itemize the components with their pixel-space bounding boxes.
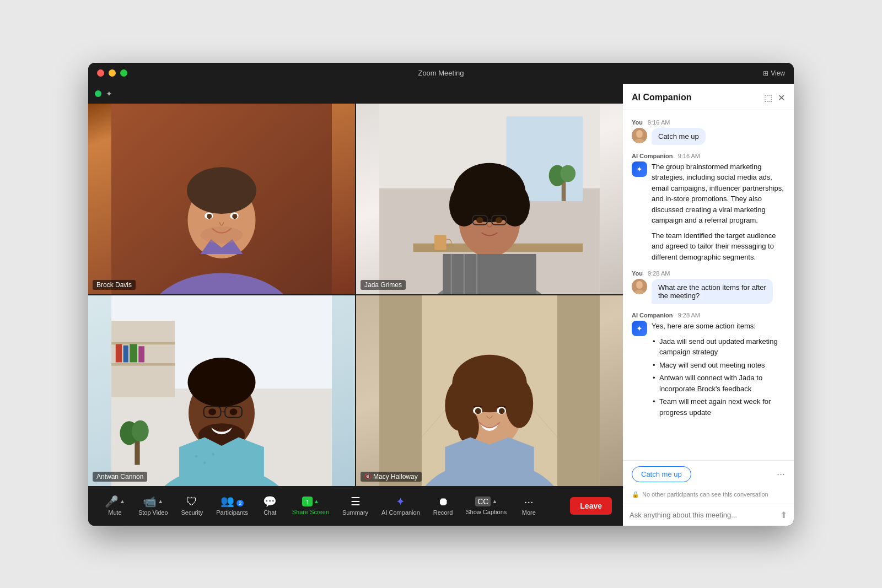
close-icon[interactable]: ✕ [778, 93, 785, 103]
security-shield-icon: ✦ [106, 89, 112, 98]
svg-point-28 [476, 217, 483, 223]
svg-point-76 [499, 408, 505, 414]
privacy-notice: 🔒 No other participants can see this con… [623, 488, 794, 504]
bottom-toolbar: 🎤 ▲ Mute 📹 ▲ Stop Video [88, 486, 623, 526]
participant-name-antwan: Antwan Cannon [93, 472, 147, 482]
action-item-3: Antwan will connect with Jada to incorpo… [652, 371, 784, 395]
video-icon-group: 📹 ▲ [143, 496, 163, 507]
ai-panel-bottom: Catch me up ··· 🔒 No other participants … [623, 460, 794, 526]
video-area: ✦ [88, 84, 623, 526]
more-options-icon[interactable]: ··· [777, 468, 785, 480]
show-captions-button[interactable]: CC ▲ Show Captions [460, 493, 512, 519]
microphone-icon: 🎤 [105, 496, 119, 507]
user-avatar-1 [632, 128, 647, 143]
traffic-lights [97, 69, 127, 77]
ai-companion-button[interactable]: ✦ AI Companion [376, 493, 426, 519]
ai-message-row-2: ✦ The group brainstormed marketing strat… [632, 161, 785, 263]
title-bar: Zoom Meeting ⊞ View [88, 63, 794, 84]
record-icon: ⏺ [438, 496, 449, 507]
svg-rect-34 [434, 235, 447, 250]
participant-name-jada: Jada Grimes [361, 280, 406, 290]
window-title: Zoom Meeting [418, 69, 464, 77]
maximize-button[interactable] [120, 69, 127, 77]
video-portrait-brock [88, 104, 355, 294]
ai-avatar-4: ✦ [632, 321, 647, 336]
message-meta-3: You 9:28 AM [632, 270, 785, 277]
action-item-1: Jada will send out updated marketing cam… [652, 335, 784, 359]
user-message-row-1: Catch me up [632, 128, 785, 145]
share-screen-button[interactable]: ↑ ▲ Share Screen [287, 493, 335, 519]
zoom-window: Zoom Meeting ⊞ View ✦ [88, 63, 794, 526]
ai-chat-input[interactable] [630, 511, 776, 519]
catch-me-row: Catch me up ··· [623, 461, 794, 488]
close-button[interactable] [97, 69, 104, 77]
title-bar-right: ⊞ View [763, 69, 785, 77]
stop-video-button[interactable]: 📹 ▲ Stop Video [133, 493, 174, 519]
svg-point-8 [207, 213, 212, 218]
svg-rect-41 [123, 345, 128, 362]
svg-point-81 [636, 281, 643, 289]
svg-point-71 [505, 379, 533, 428]
leave-button[interactable]: Leave [570, 497, 612, 515]
connection-status-dot [95, 90, 101, 97]
security-icon: 🛡 [186, 496, 197, 507]
participants-icon: 👥 [220, 495, 234, 507]
minimize-button[interactable] [109, 69, 116, 77]
ai-bubble-2: The group brainstormed marketing strateg… [652, 161, 784, 263]
message-meta-1: You 9:16 AM [632, 119, 785, 126]
share-screen-icon: ↑ [302, 497, 313, 506]
video-portrait-jada [356, 104, 623, 294]
more-button[interactable]: ··· More [514, 493, 543, 519]
message-group-2: AI Companion 9:16 AM ✦ The group brainst… [632, 153, 785, 263]
video-toolbar: ✦ [88, 84, 623, 104]
svg-point-78 [636, 130, 643, 138]
ai-avatar-2: ✦ [632, 161, 647, 177]
video-cell-jada: Jada Grimes [356, 104, 623, 294]
chat-button[interactable]: 💬 Chat [256, 493, 284, 519]
svg-point-10 [201, 226, 243, 243]
summary-button[interactable]: ☰ Summary [337, 493, 374, 519]
security-button[interactable]: 🛡 Security [176, 493, 209, 519]
svg-point-24 [500, 184, 530, 226]
message-meta-2: AI Companion 9:16 AM [632, 153, 785, 159]
participants-badge: 2 [236, 500, 244, 506]
ai-panel-actions: ⬚ ✕ [764, 93, 785, 103]
svg-rect-42 [130, 344, 137, 362]
message-group-1: You 9:16 AM Catch me up [632, 119, 785, 145]
participant-name-macy: 🔇 Macy Halloway [361, 472, 422, 482]
muted-mic-icon: 🔇 [364, 473, 371, 479]
svg-point-9 [232, 213, 237, 218]
record-button[interactable]: ⏺ Record [428, 493, 458, 519]
message-meta-4: AI Companion 9:28 AM [632, 312, 785, 319]
svg-rect-65 [557, 295, 600, 486]
video-cell-antwan: Antwan Cannon [88, 295, 355, 486]
user-message-row-3: What are the action items for after the … [632, 279, 785, 304]
ai-panel-header: AI Companion ⬚ ✕ [623, 84, 794, 110]
captions-icon-group: CC ▲ [475, 497, 497, 506]
video-portrait-macy [356, 295, 623, 486]
svg-point-59 [212, 453, 214, 456]
view-button[interactable]: ⊞ View [763, 69, 785, 77]
participants-button[interactable]: 👥 2 Participants [211, 492, 253, 519]
catch-me-up-button[interactable]: Catch me up [632, 466, 691, 482]
svg-point-5 [187, 167, 256, 214]
send-icon[interactable]: ⬆ [780, 510, 787, 520]
captions-chevron-icon: ▲ [492, 498, 497, 504]
ai-companion-icon: ✦ [396, 496, 405, 507]
grid-icon: ⊞ [763, 69, 768, 77]
lock-icon: 🔒 [632, 491, 639, 498]
expand-icon[interactable]: ⬚ [764, 93, 772, 103]
summary-icon: ☰ [351, 496, 361, 507]
ai-star-icon: ✦ [636, 165, 643, 174]
video-portrait-antwan [88, 295, 355, 486]
user-avatar-3 [632, 279, 647, 294]
svg-rect-43 [138, 346, 144, 362]
svg-rect-44 [135, 439, 139, 465]
mute-button[interactable]: 🎤 ▲ Mute [99, 493, 131, 519]
share-chevron-icon: ▲ [314, 498, 319, 504]
ai-companion-panel: AI Companion ⬚ ✕ You 9:16 AM [623, 84, 794, 526]
svg-point-50 [187, 358, 255, 407]
main-content: ✦ [88, 84, 794, 526]
svg-point-57 [195, 455, 198, 457]
svg-rect-30 [443, 253, 536, 294]
